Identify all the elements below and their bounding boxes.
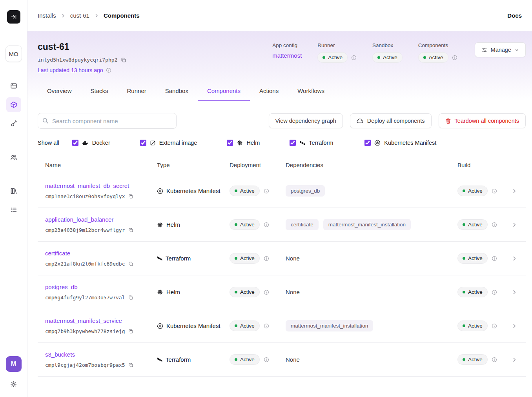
info-icon[interactable]	[106, 67, 111, 73]
row-chevron-right-icon[interactable]	[512, 256, 526, 261]
copy-id-button[interactable]	[128, 295, 133, 300]
info-icon[interactable]	[264, 323, 269, 329]
copy-install-id-button[interactable]	[121, 57, 126, 63]
docker-checkbox[interactable]	[72, 140, 78, 146]
tab-sandbox[interactable]: Sandbox	[156, 83, 198, 101]
status-dot	[463, 358, 465, 361]
show-all-toggle[interactable]: Show all	[38, 140, 59, 146]
settings-button[interactable]	[6, 377, 21, 392]
sidebar-item-apps[interactable]	[6, 78, 21, 93]
manage-button[interactable]: Manage	[475, 42, 526, 57]
filter-terraform[interactable]: Terraform	[290, 140, 333, 146]
info-icon[interactable]	[492, 256, 497, 261]
status-dot	[377, 56, 380, 59]
copy-id-button[interactable]	[128, 261, 133, 266]
copy-id-button[interactable]	[128, 362, 133, 368]
tab-workflows[interactable]: Workflows	[288, 83, 334, 101]
copy-id-button[interactable]	[128, 228, 133, 233]
row-chevron-right-icon[interactable]	[512, 188, 526, 194]
table-row: mattermost_manifest_db_secret cmp1nae3ci…	[38, 174, 526, 208]
sliders-icon	[481, 47, 487, 53]
component-name-link[interactable]: certificate	[45, 250, 157, 257]
copy-id-button[interactable]	[128, 194, 133, 199]
column-header-build: Build	[457, 162, 505, 168]
filter-helm[interactable]: Helm	[227, 140, 260, 146]
org-badge[interactable]: MO	[5, 46, 22, 62]
terraform-checkbox[interactable]	[290, 140, 296, 146]
dependency-chip[interactable]: certificate	[286, 219, 319, 230]
filter-external-image[interactable]: External image	[140, 140, 197, 146]
sidebar-toggle-button[interactable]	[7, 10, 20, 24]
info-icon[interactable]	[492, 323, 497, 329]
search-input[interactable]	[38, 113, 177, 129]
row-chevron-right-icon[interactable]	[512, 222, 526, 228]
info-icon[interactable]	[264, 256, 269, 261]
dependency-chip[interactable]: postgres_db	[286, 185, 325, 197]
user-avatar[interactable]: M	[6, 356, 22, 372]
component-name-link[interactable]: mattermost_manifest_db_secret	[45, 182, 157, 189]
status-badge: Active	[418, 52, 448, 63]
external-image-checkbox[interactable]	[140, 140, 146, 146]
copy-icon	[128, 228, 133, 233]
component-name-link[interactable]: mattermost_manifest_service	[45, 317, 157, 324]
dependency-chip[interactable]: mattermost_manifest_installation	[286, 320, 373, 331]
install-id: inlyd5h1xw8dpuykycqri7php2	[38, 57, 118, 63]
breadcrumb: Installs cust-61 Components	[38, 12, 140, 19]
column-header-name: Name	[38, 162, 157, 168]
info-icon[interactable]	[492, 188, 497, 194]
component-name-link[interactable]: postgres_db	[45, 284, 157, 290]
status-card-sandbox: Sandbox Active	[372, 42, 403, 63]
component-type: Kubernetes Manifest	[166, 188, 220, 194]
row-chevron-right-icon[interactable]	[512, 357, 526, 362]
sidebar: MO	[0, 0, 27, 397]
breadcrumb-components: Components	[104, 12, 140, 19]
sidebar-item-logs[interactable]	[6, 202, 21, 217]
info-icon[interactable]	[492, 290, 497, 295]
sidebar-item-installs[interactable]	[6, 97, 21, 112]
tab-overview[interactable]: Overview	[38, 83, 81, 101]
terraform-icon	[299, 140, 305, 146]
info-icon[interactable]	[264, 188, 269, 194]
row-chevron-right-icon[interactable]	[512, 323, 526, 329]
component-name-link[interactable]: s3_buckets	[45, 351, 157, 358]
view-dependency-graph-button[interactable]: View dependency graph	[269, 113, 343, 128]
row-chevron-right-icon[interactable]	[512, 290, 526, 295]
info-icon[interactable]	[264, 290, 269, 295]
sidebar-item-sandboxes[interactable]	[6, 116, 21, 131]
status-dot	[463, 324, 465, 327]
dependency-chip[interactable]: mattermost_manifest_installation	[323, 219, 411, 230]
tab-stacks[interactable]: Stacks	[81, 83, 118, 101]
filter-kubernetes-manifest[interactable]: Kubernetes Manifest	[364, 140, 436, 146]
filter-docker[interactable]: Docker	[72, 140, 110, 146]
info-icon[interactable]	[492, 222, 497, 228]
breadcrumb-install-id[interactable]: cust-61	[70, 12, 89, 19]
tab-components[interactable]: Components	[198, 83, 250, 101]
library-icon	[10, 188, 17, 195]
breadcrumb-installs[interactable]: Installs	[38, 12, 56, 19]
info-icon[interactable]	[452, 55, 457, 60]
info-icon[interactable]	[264, 222, 269, 228]
kubernetes-checkbox[interactable]	[364, 140, 371, 146]
tab-runner[interactable]: Runner	[118, 83, 156, 101]
list-icon	[10, 206, 17, 213]
deploy-all-button[interactable]: Deploy all components	[350, 113, 432, 128]
deployment-status-badge: Active	[230, 253, 260, 264]
docs-link[interactable]: Docs	[507, 12, 522, 19]
info-icon[interactable]	[264, 357, 269, 362]
info-icon[interactable]	[492, 357, 497, 362]
sidebar-item-teams[interactable]	[6, 150, 21, 165]
helm-checkbox[interactable]	[227, 140, 233, 146]
app-config-link[interactable]: mattermost	[272, 52, 302, 59]
copy-icon	[128, 295, 133, 300]
last-updated-text[interactable]: Last updated 13 hours ago	[38, 67, 103, 73]
sidebar-item-library[interactable]	[6, 184, 21, 198]
status-dot	[463, 257, 465, 260]
component-name-link[interactable]: application_load_balancer	[45, 216, 157, 223]
tab-actions[interactable]: Actions	[250, 83, 288, 101]
build-status-badge: Active	[457, 321, 488, 331]
build-status-badge: Active	[457, 253, 488, 264]
component-type: Helm	[166, 289, 180, 295]
copy-id-button[interactable]	[128, 329, 133, 334]
info-icon[interactable]	[351, 55, 357, 60]
teardown-all-button[interactable]: Teardown all components	[439, 113, 526, 128]
